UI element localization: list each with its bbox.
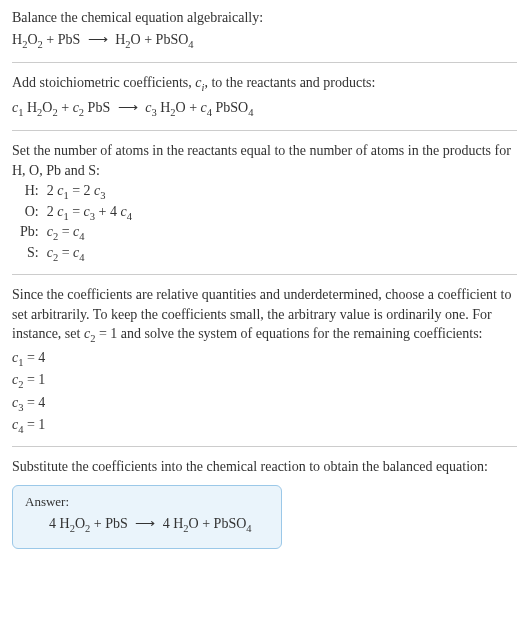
divider bbox=[12, 130, 517, 131]
reactant-h2o2: H2O2 bbox=[12, 32, 43, 47]
divider bbox=[12, 446, 517, 447]
problem-title: Balance the chemical equation algebraica… bbox=[12, 8, 517, 28]
reaction-arrow: ⟶ bbox=[135, 514, 155, 534]
section-solve: Since the coefficients are relative quan… bbox=[12, 285, 517, 436]
stoich-title: Add stoichiometric coefficients, ci, to … bbox=[12, 73, 517, 95]
coef-equation: c1 H2O2 + c2 PbS ⟶ c3 H2O + c4 PbSO4 bbox=[12, 98, 517, 120]
section-problem: Balance the chemical equation algebraica… bbox=[12, 8, 517, 52]
product-pbso4: O + PbSO4 bbox=[131, 32, 194, 47]
element-equation: c2 = c4 bbox=[43, 244, 136, 264]
coef-value: c4 = 1 bbox=[12, 416, 517, 436]
coef-value: c3 = 4 bbox=[12, 394, 517, 414]
product-h2o: H2 bbox=[112, 32, 131, 47]
divider bbox=[12, 274, 517, 275]
solve-intro: Since the coefficients are relative quan… bbox=[12, 285, 517, 347]
answer-box: Answer: 4 H2O2 + PbS ⟶ 4 H2O + PbSO4 bbox=[12, 485, 282, 549]
element-label: Pb: bbox=[16, 223, 43, 243]
atom-balance-intro: Set the number of atoms in the reactants… bbox=[12, 141, 517, 180]
table-row: H: 2 c1 = 2 c3 bbox=[16, 182, 136, 202]
element-equation: 2 c1 = c3 + 4 c4 bbox=[43, 203, 136, 223]
coef-value: c2 = 1 bbox=[12, 371, 517, 391]
element-label: S: bbox=[16, 244, 43, 264]
coefficient-list: c1 = 4 c2 = 1 c3 = 4 c4 = 1 bbox=[12, 349, 517, 437]
element-equation: 2 c1 = 2 c3 bbox=[43, 182, 136, 202]
unbalanced-equation: H2O2 + PbS ⟶ H2O + PbSO4 bbox=[12, 30, 517, 52]
section-substitute: Substitute the coefficients into the che… bbox=[12, 457, 517, 477]
answer-label: Answer: bbox=[25, 494, 269, 510]
reaction-arrow: ⟶ bbox=[88, 30, 108, 50]
table-row: Pb: c2 = c4 bbox=[16, 223, 136, 243]
element-label: O: bbox=[16, 203, 43, 223]
reaction-arrow: ⟶ bbox=[118, 98, 138, 118]
substitute-intro: Substitute the coefficients into the che… bbox=[12, 457, 517, 477]
coef-value: c1 = 4 bbox=[12, 349, 517, 369]
section-atom-balance: Set the number of atoms in the reactants… bbox=[12, 141, 517, 264]
reactant-pbs: + PbS bbox=[43, 32, 84, 47]
element-equation: c2 = c4 bbox=[43, 223, 136, 243]
balanced-equation: 4 H2O2 + PbS ⟶ 4 H2O + PbSO4 bbox=[25, 514, 269, 536]
table-row: S: c2 = c4 bbox=[16, 244, 136, 264]
table-row: O: 2 c1 = c3 + 4 c4 bbox=[16, 203, 136, 223]
divider bbox=[12, 62, 517, 63]
element-label: H: bbox=[16, 182, 43, 202]
section-stoichiometric: Add stoichiometric coefficients, ci, to … bbox=[12, 73, 517, 120]
atom-balance-table: H: 2 c1 = 2 c3 O: 2 c1 = c3 + 4 c4 Pb: c… bbox=[16, 182, 136, 264]
